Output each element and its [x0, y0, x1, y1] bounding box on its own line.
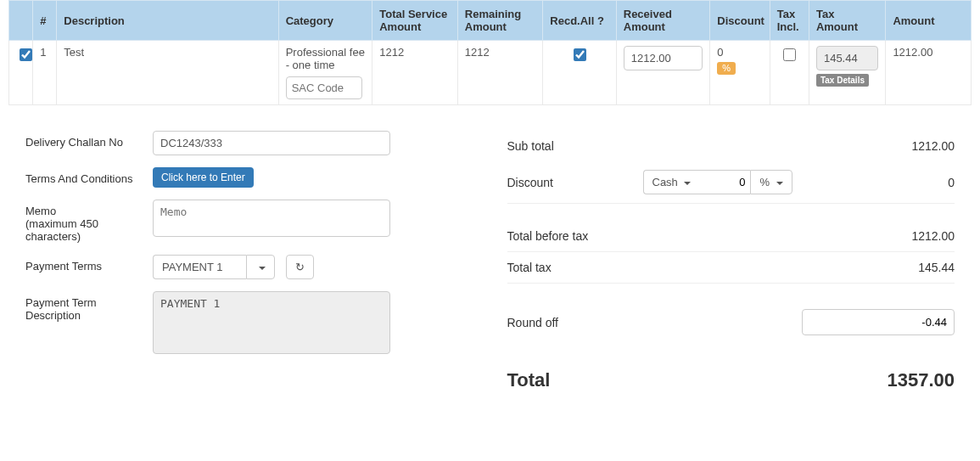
discount-value-input[interactable] [699, 170, 750, 194]
row-description: Test [57, 41, 278, 105]
col-tax-amount: Tax Amount [809, 1, 885, 41]
subtotal-label: Sub total [507, 139, 643, 153]
payment-term-desc-textarea [153, 291, 390, 354]
received-amount-input[interactable] [624, 46, 703, 70]
col-select [9, 1, 33, 41]
col-description: Description [57, 1, 278, 41]
chevron-down-icon [259, 267, 266, 270]
row-remaining-amount: 1212 [457, 41, 543, 105]
row-discount: 0 [717, 46, 723, 59]
discount-unit-select[interactable]: % [750, 170, 792, 194]
total-value: 1357.00 [853, 369, 955, 391]
memo-label: Memo (maximum 450 characters) [25, 200, 153, 243]
chevron-down-icon [776, 182, 783, 185]
row-total-service-amount: 1212 [372, 41, 458, 105]
payment-terms-refresh-button[interactable]: ↻ [286, 255, 314, 279]
recd-all-checkbox[interactable] [574, 48, 586, 61]
payment-terms-caret-button[interactable] [246, 255, 275, 279]
col-discount: Discount [710, 1, 770, 41]
col-remaining-amount: Remaining Amount [457, 1, 543, 41]
row-category: Professional fee - one time [286, 46, 366, 71]
total-before-tax-value: 1212.00 [853, 229, 955, 243]
discount-type-select[interactable]: Cash [643, 170, 700, 194]
col-amount: Amount [886, 1, 972, 41]
row-amount: 1212.00 [886, 41, 972, 105]
roundoff-label: Round off [507, 316, 643, 329]
tax-details-button[interactable]: Tax Details [816, 74, 869, 87]
chevron-down-icon [684, 182, 691, 185]
table-row: 1 Test Professional fee - one time 1212 … [9, 41, 972, 105]
terms-conditions-label: Terms And Conditions [25, 167, 153, 185]
total-tax-label: Total tax [507, 261, 643, 274]
row-select-checkbox[interactable] [20, 48, 32, 61]
col-num: # [33, 1, 57, 41]
discount-percent-badge[interactable]: % [717, 62, 736, 75]
col-received-amount: Received Amount [616, 1, 710, 41]
total-tax-value: 145.44 [853, 261, 955, 274]
col-total-service-amount: Total Service Amount [372, 1, 458, 41]
sac-code-input[interactable] [286, 76, 362, 99]
roundoff-input[interactable] [802, 309, 955, 335]
payment-terms-select[interactable]: PAYMENT 1 [153, 255, 246, 279]
discount-label: Discount [507, 176, 643, 189]
row-num: 1 [33, 41, 57, 105]
delivery-challan-input[interactable] [153, 131, 390, 155]
subtotal-value: 1212.00 [853, 139, 955, 153]
delivery-challan-label: Delivery Challan No [25, 131, 153, 149]
terms-conditions-button[interactable]: Click here to Enter [153, 167, 254, 188]
discount-amount-value: 0 [853, 176, 955, 189]
total-before-tax-label: Total before tax [507, 229, 643, 243]
col-recd-all: Recd.All ? [543, 1, 616, 41]
payment-terms-label: Payment Terms [25, 255, 153, 273]
line-items-table: # Description Category Total Service Amo… [8, 0, 972, 105]
payment-term-desc-label: Payment Term Description [25, 291, 153, 322]
col-category: Category [278, 1, 372, 41]
total-label: Total [507, 369, 643, 391]
memo-textarea[interactable] [153, 200, 390, 237]
tax-incl-checkbox[interactable] [783, 48, 796, 61]
col-tax-incl: Tax Incl. [770, 1, 809, 41]
refresh-icon: ↻ [295, 261, 305, 273]
tax-amount-input [816, 46, 878, 70]
